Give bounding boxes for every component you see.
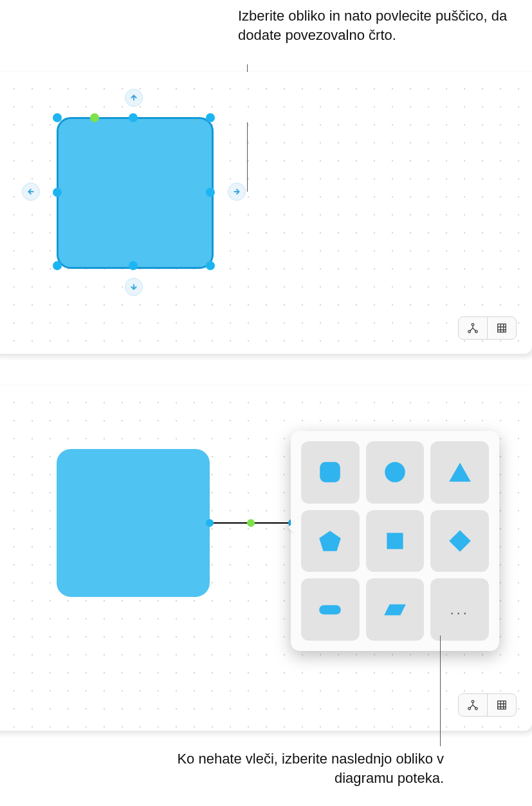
resize-handle-w[interactable] — [53, 188, 62, 197]
circle-icon — [381, 459, 408, 486]
shape-option-triangle[interactable] — [430, 441, 489, 504]
arrow-left-icon — [27, 188, 35, 196]
svg-rect-4 — [320, 463, 341, 483]
callout-bottom: Ko nehate vleči, izberite naslednjo obli… — [174, 749, 444, 787]
connect-tool-icon — [467, 322, 479, 334]
shape-option-rounded-square[interactable] — [301, 441, 360, 504]
connect-tool-icon — [467, 699, 479, 711]
connector-midpoint[interactable] — [247, 519, 255, 527]
svg-rect-7 — [320, 605, 342, 614]
arrow-down-icon — [130, 283, 138, 291]
shape-picker-popover: ... — [291, 431, 499, 651]
more-icon: ... — [450, 601, 469, 618]
connect-tool-button[interactable] — [459, 694, 488, 716]
canvas-panel-2: ... — [0, 386, 532, 731]
arrow-right-icon — [233, 188, 241, 196]
shape-option-square[interactable] — [366, 510, 425, 572]
connector-endpoint-start[interactable] — [206, 519, 214, 527]
canvas-panel-1 — [0, 72, 532, 354]
grid-tool-icon — [496, 322, 508, 334]
triangle-icon — [446, 459, 473, 486]
svg-rect-11 — [498, 701, 506, 710]
svg-point-8 — [472, 701, 474, 703]
shape-option-circle[interactable] — [366, 441, 425, 504]
arrow-up-icon — [130, 94, 138, 102]
svg-rect-6 — [387, 533, 403, 549]
svg-rect-3 — [498, 324, 506, 333]
grid-tool-button[interactable] — [488, 694, 516, 716]
selected-shape[interactable] — [57, 117, 214, 269]
canvas-toolbar — [458, 316, 517, 340]
source-shape[interactable] — [57, 449, 210, 597]
shape-option-more[interactable]: ... — [430, 578, 489, 641]
leader-line — [440, 636, 441, 746]
resize-handle-ne[interactable] — [206, 113, 215, 122]
connector-line[interactable] — [210, 522, 292, 524]
resize-handle-nw[interactable] — [53, 113, 62, 122]
rounded-square-icon — [316, 459, 344, 486]
grid-tool-button[interactable] — [488, 317, 516, 339]
resize-handle-s[interactable] — [129, 261, 138, 270]
resize-handle-sw[interactable] — [53, 261, 62, 270]
figure-stage: Izberite obliko in nato povlecite puščic… — [0, 0, 532, 806]
canvas-toolbar — [458, 693, 517, 717]
shape-option-parallelogram[interactable] — [366, 578, 425, 641]
grid-tool-icon — [496, 699, 508, 711]
callout-top: Izberite obliko in nato povlecite puščic… — [238, 6, 508, 44]
connect-arrow-down[interactable] — [125, 278, 143, 296]
connect-tool-button[interactable] — [459, 317, 488, 339]
diamond-icon — [446, 527, 473, 554]
connect-arrow-right[interactable] — [228, 183, 246, 201]
pentagon-icon — [316, 527, 344, 554]
square-icon — [381, 527, 408, 554]
connect-arrow-left[interactable] — [22, 183, 40, 201]
resize-handle-se[interactable] — [206, 261, 215, 270]
connect-arrow-up[interactable] — [125, 89, 143, 107]
rotation-handle[interactable] — [90, 113, 99, 122]
shape-option-diamond[interactable] — [430, 510, 489, 572]
shape-option-pentagon[interactable] — [301, 510, 360, 572]
shape-option-pill[interactable] — [301, 578, 360, 641]
resize-handle-e[interactable] — [206, 188, 215, 197]
svg-point-5 — [385, 463, 405, 483]
pill-icon — [316, 596, 344, 623]
svg-point-0 — [472, 324, 474, 326]
leader-line — [247, 122, 248, 192]
resize-handle-n[interactable] — [129, 113, 138, 122]
parallelogram-icon — [381, 596, 408, 623]
